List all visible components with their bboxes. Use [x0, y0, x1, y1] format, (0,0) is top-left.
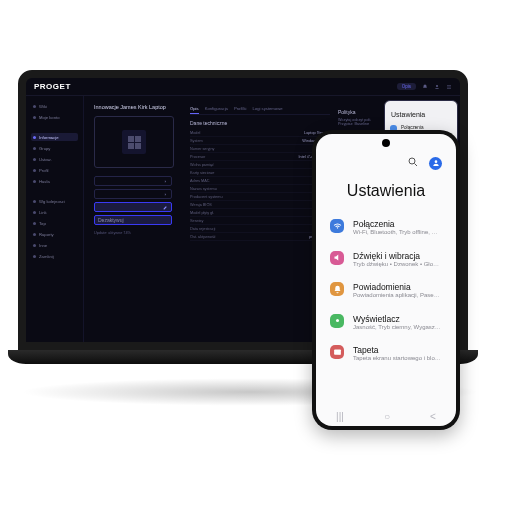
sidebar: WikiMoje kontoInformacjeGrupyUstaw.Profi…	[26, 96, 84, 342]
spec-row: Producent systemu—	[190, 193, 330, 201]
svg-point-8	[434, 160, 437, 163]
spec-row: Numer seryjny5N7H4J	[190, 145, 330, 153]
spec-row: ModelLaptop Generic	[190, 129, 330, 137]
sidebar-item-2[interactable]: Informacje	[31, 133, 78, 141]
sidebar-item-5[interactable]: Profil	[31, 166, 78, 174]
brand-logo: PROGET	[34, 82, 71, 91]
device-column: Innowacje James Kirk Laptop Dezaktywuj	[94, 104, 182, 336]
svg-rect-3	[447, 88, 451, 89]
tab-3[interactable]: Logi systemowe	[252, 104, 282, 114]
profile-avatar-icon[interactable]	[429, 157, 442, 170]
bell-icon	[330, 282, 344, 296]
menu-icon[interactable]	[446, 84, 452, 90]
sidebar-item-3[interactable]: Grupy	[31, 144, 78, 152]
device-status-line: Update: aktywne 74%	[94, 231, 182, 235]
spec-row: Adres MAC00:1A	[190, 177, 330, 185]
snd-icon	[330, 251, 344, 265]
wall-icon	[330, 345, 344, 359]
phone-screen: Ustawienia PołączeniaWi-Fi, Bluetooth, T…	[316, 134, 456, 426]
device-edit-button[interactable]	[94, 202, 172, 212]
foreground-phone: Ustawienia PołączeniaWi-Fi, Bluetooth, T…	[312, 130, 460, 430]
sidebar-item-9[interactable]: Top	[31, 219, 78, 227]
spec-heading: Dane techniczne	[190, 120, 330, 126]
tab-1[interactable]: Konfiguracja	[205, 104, 228, 114]
mini-phone-title: Ustawienia	[385, 101, 457, 122]
sidebar-item-1[interactable]: Moje konto	[31, 113, 78, 121]
header-pill[interactable]: Opis	[397, 83, 416, 90]
sidebar-item-0[interactable]: Wiki	[31, 102, 78, 110]
tab-2[interactable]: Profilki	[234, 104, 247, 114]
spec-row: SerwisyTak	[190, 217, 330, 225]
nav-recent-icon[interactable]: |||	[336, 411, 344, 422]
bell-icon[interactable]	[422, 84, 428, 90]
nav-home-icon[interactable]: ○	[384, 411, 390, 422]
android-nav-bar: ||| ○ <	[316, 411, 456, 422]
spec-row: Wolna pamięć8/16 GB	[190, 161, 330, 169]
svg-point-9	[336, 319, 339, 322]
user-icon[interactable]	[434, 84, 440, 90]
svg-point-6	[409, 158, 415, 164]
svg-point-0	[436, 85, 438, 87]
settings-item-net[interactable]: PołączeniaWi-Fi, Bluetooth, Tryb offline…	[328, 212, 444, 244]
sidebar-item-7[interactable]: Wg kolejnosci	[31, 197, 78, 205]
search-icon[interactable]	[407, 154, 419, 172]
device-title: Innowacje James Kirk Laptop	[94, 104, 182, 110]
spec-row: Ost. aktywnośćprzed chwilą	[190, 233, 330, 241]
device-action-2[interactable]	[94, 189, 172, 199]
sidebar-item-12[interactable]: Zamknij	[31, 252, 78, 260]
detail-tabs: OpisKonfiguracjaProfilkiLogi systemowe	[190, 104, 330, 115]
spec-row: Data rejestracji22-06	[190, 225, 330, 233]
spec-row: Model płyty gł.B460	[190, 209, 330, 217]
device-primary-button[interactable]: Dezaktywuj	[94, 215, 172, 225]
sidebar-item-4[interactable]: Ustaw.	[31, 155, 78, 163]
device-action-1[interactable]	[94, 176, 172, 186]
windows-icon	[122, 130, 146, 154]
spec-row: ProcesorIntel i7-xxxxxxxxxx	[190, 153, 330, 161]
sidebar-item-6[interactable]: Hasła	[31, 177, 78, 185]
spec-column: OpisKonfiguracjaProfilkiLogi systemowe D…	[190, 104, 330, 336]
camera-notch	[382, 139, 390, 147]
disp-icon	[330, 314, 344, 328]
sidebar-item-11[interactable]: Inne	[31, 241, 78, 249]
spec-row: Karty siecioweWiFi, LAN	[190, 169, 330, 177]
spec-row: Wersja BIOS1.2	[190, 201, 330, 209]
device-thumbnail	[94, 116, 174, 168]
settings-item-snd[interactable]: Dźwięki i wibracjaTryb dźwięku • Dzwonek…	[328, 244, 444, 276]
phone-page-title: Ustawienia	[316, 182, 456, 200]
spec-row: Nazwa systemuJK-17	[190, 185, 330, 193]
tab-0[interactable]: Opis	[190, 104, 199, 114]
sidebar-item-10[interactable]: Raporty	[31, 230, 78, 238]
svg-rect-2	[447, 86, 451, 87]
spec-row: SystemWindows 10 Pro	[190, 137, 330, 145]
dashboard-header: PROGET Opis	[26, 78, 460, 96]
svg-rect-1	[447, 85, 451, 86]
sidebar-item-8[interactable]: Link	[31, 208, 78, 216]
settings-item-wall[interactable]: TapetaTapeta ekranu startowego i blokady	[328, 338, 444, 370]
header-actions: Opis	[397, 83, 452, 90]
svg-line-7	[415, 164, 418, 167]
net-icon	[330, 219, 344, 233]
settings-item-bell[interactable]: PowiadomieniaPowiadomienia aplikacji, Pa…	[328, 275, 444, 307]
settings-item-disp[interactable]: WyświetlaczJasność, Tryb ciemny, Wygasza…	[328, 307, 444, 339]
nav-back-icon[interactable]: <	[430, 411, 436, 422]
